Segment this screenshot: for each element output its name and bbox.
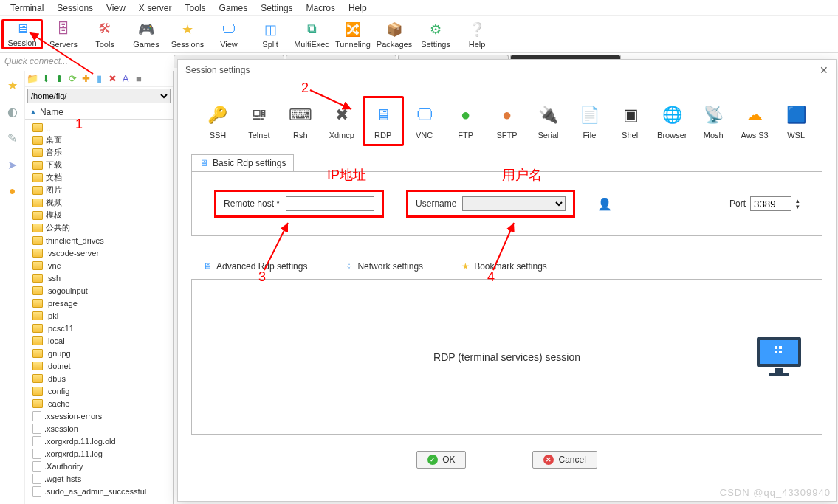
refresh-icon[interactable]: ⟳ <box>66 73 78 85</box>
tools-tab-icon[interactable]: ✎ <box>4 130 21 146</box>
port-input[interactable] <box>750 196 791 211</box>
ok-button[interactable]: ✓ OK <box>416 451 466 469</box>
tree-item[interactable]: .xorgxrdp.11.log <box>25 447 173 460</box>
session-type-ssh[interactable]: 🔑SSH <box>197 103 238 139</box>
cancel-button[interactable]: ✕ Cancel <box>532 451 597 469</box>
tree-item[interactable]: .Xauthority <box>25 460 173 472</box>
tree-item[interactable]: .config <box>25 384 173 397</box>
tree-item[interactable]: .local <box>25 334 173 347</box>
toolbar-view[interactable]: 🖵View <box>208 19 250 49</box>
menu-games[interactable]: Games <box>213 1 254 15</box>
session-type-mosh[interactable]: 📡Mosh <box>693 103 734 139</box>
menu-view[interactable]: View <box>100 1 131 15</box>
globe-tab-icon[interactable]: ◐ <box>4 103 21 120</box>
send-tab-icon[interactable]: ➤ <box>4 156 21 173</box>
tree-item[interactable]: 下载 <box>25 159 173 171</box>
tree-item[interactable]: .gnupg <box>25 347 173 359</box>
tree-item[interactable]: .xsession-errors <box>25 410 173 422</box>
toolbar-help[interactable]: ❔Help <box>456 19 498 49</box>
tree-item[interactable]: .xorgxrdp.11.log.old <box>25 435 173 447</box>
new-folder-icon[interactable]: ✚ <box>80 73 92 85</box>
tree-item[interactable]: .dotnet <box>25 359 173 372</box>
session-type-serial[interactable]: 🔌Serial <box>528 103 569 139</box>
remote-host-input[interactable] <box>286 196 374 211</box>
tree-item[interactable]: .vnc <box>25 259 173 272</box>
port-stepper-icon[interactable]: ▴▾ <box>796 198 800 210</box>
toolbar-split[interactable]: ◫Split <box>250 19 291 49</box>
sessions-icon: ★ <box>179 21 196 38</box>
quick-connect-label[interactable]: Quick connect... <box>0 55 174 68</box>
toolbar-multiexec[interactable]: ⧉MultiExec <box>291 19 332 49</box>
toolbar-session[interactable]: 🖥Session <box>1 19 43 49</box>
delete-icon[interactable]: ✖ <box>106 73 118 85</box>
session-type-xdmcp[interactable]: ✖Xdmcp <box>321 103 363 139</box>
close-icon[interactable]: ✕ <box>820 64 828 76</box>
new-file-icon[interactable]: ▮ <box>93 73 105 85</box>
upload-icon[interactable]: ⬆ <box>53 73 65 85</box>
tree-up[interactable]: .. <box>25 121 173 134</box>
menu-sessions[interactable]: Sessions <box>51 1 99 15</box>
tab-bookmark-settings[interactable]: ★ Bookmark settings <box>457 258 552 275</box>
menu-macros[interactable]: Macros <box>300 1 341 15</box>
tree-item[interactable]: thinclient_drives <box>25 234 173 246</box>
tree-item[interactable]: .sudo_as_admin_successful <box>25 485 173 497</box>
tab-advanced-rdp[interactable]: 🖥 Advanced Rdp settings <box>199 258 312 275</box>
tree-item[interactable]: .sogouinput <box>25 284 173 297</box>
download-icon[interactable]: ⬇ <box>40 73 52 85</box>
tree-item[interactable]: .dbus <box>25 372 173 384</box>
info-icon[interactable]: ■ <box>133 73 145 85</box>
tab-network-settings[interactable]: ⁘ Network settings <box>341 258 427 275</box>
tree-item[interactable]: .cache <box>25 397 173 410</box>
toolbar-games[interactable]: 🎮Games <box>126 19 167 49</box>
session-type-rdp[interactable]: 🖥RDP <box>363 96 404 146</box>
menu-x-server[interactable]: X server <box>133 1 178 15</box>
session-type-vnc[interactable]: 🖵VNC <box>404 103 445 139</box>
path-dropdown[interactable]: /home/flq/ <box>27 89 171 103</box>
tree-item[interactable]: .vscode-server <box>25 246 173 259</box>
user-icon[interactable]: 👤 <box>597 197 612 211</box>
tree-item[interactable]: 视频 <box>25 196 173 209</box>
tree-item[interactable]: .pki <box>25 309 173 322</box>
session-type-file[interactable]: 📄File <box>569 103 610 139</box>
file-tree[interactable]: ..桌面音乐下载文档图片视频模板公共的thinclient_drives.vsc… <box>25 120 173 504</box>
toolbar-tunneling[interactable]: 🔀Tunneling <box>332 19 374 49</box>
tree-item[interactable]: 图片 <box>25 184 173 196</box>
folder-icon[interactable]: 📁 <box>27 73 38 85</box>
path-selector[interactable]: /home/flq/ <box>27 89 171 103</box>
toolbar-packages[interactable]: 📦Packages <box>374 19 415 49</box>
toolbar-settings[interactable]: ⚙Settings <box>415 19 456 49</box>
tree-item[interactable]: 模板 <box>25 209 173 221</box>
toolbar-tools[interactable]: 🛠Tools <box>84 19 126 49</box>
session-type-browser[interactable]: 🌐Browser <box>651 103 693 139</box>
basic-rdp-tab[interactable]: 🖥 Basic Rdp settings <box>191 154 294 171</box>
menu-terminal[interactable]: Terminal <box>4 1 49 15</box>
tree-item[interactable]: .wget-hsts <box>25 472 173 485</box>
sidebar-toolbar: 📁 ⬇ ⬆ ⟳ ✚ ▮ ✖ A ■ <box>25 71 173 87</box>
toolbar-sessions[interactable]: ★Sessions <box>167 19 208 49</box>
toolbar-servers[interactable]: 🗄Servers <box>43 19 84 49</box>
tree-item[interactable]: 音乐 <box>25 146 173 159</box>
session-type-sftp[interactable]: ●SFTP <box>487 103 528 139</box>
session-type-aws-s3[interactable]: ☁Aws S3 <box>734 103 775 139</box>
session-type-shell[interactable]: ▣Shell <box>610 103 651 139</box>
session-type-wsl[interactable]: 🟦WSL <box>775 103 817 139</box>
session-type-rsh[interactable]: ⌨Rsh <box>280 103 321 139</box>
tree-header[interactable]: ▲ Name <box>25 105 173 120</box>
username-select[interactable] <box>462 196 566 211</box>
tree-item[interactable]: 公共的 <box>25 221 173 234</box>
earth-tab-icon[interactable]: ● <box>4 183 21 199</box>
menu-help[interactable]: Help <box>343 1 373 15</box>
tree-item[interactable]: .pcsc11 <box>25 322 173 334</box>
session-type-label: Aws S3 <box>741 131 769 139</box>
tree-item[interactable]: .ssh <box>25 272 173 284</box>
tree-item[interactable]: 文档 <box>25 171 173 184</box>
star-icon[interactable]: ★ <box>4 77 21 93</box>
font-icon[interactable]: A <box>120 73 131 85</box>
menu-tools[interactable]: Tools <box>179 1 212 15</box>
menu-settings[interactable]: Settings <box>255 1 298 15</box>
tree-item[interactable]: .xsession <box>25 422 173 435</box>
tree-item[interactable]: .presage <box>25 297 173 309</box>
session-type-telnet[interactable]: 🖳Telnet <box>238 103 280 139</box>
tree-item[interactable]: 桌面 <box>25 134 173 146</box>
session-type-ftp[interactable]: ●FTP <box>445 103 487 139</box>
